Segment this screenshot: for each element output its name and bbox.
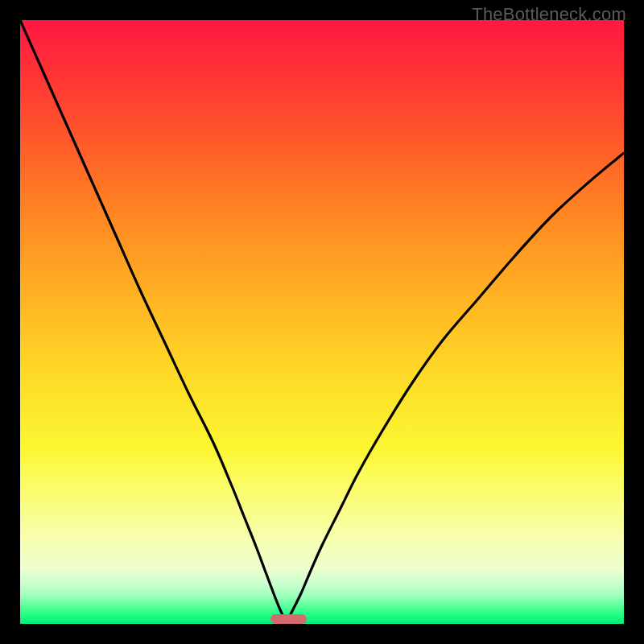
watermark-text: TheBottleneck.com — [472, 4, 626, 25]
chart-frame: TheBottleneck.com — [0, 0, 644, 644]
performance-gradient — [20, 20, 624, 624]
optimum-marker — [270, 614, 307, 624]
plot-area — [20, 20, 624, 624]
